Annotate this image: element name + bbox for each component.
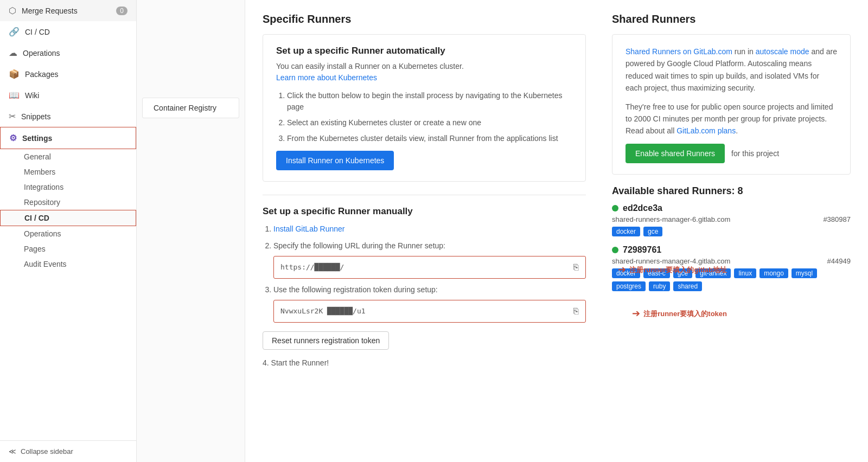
tag-ruby: ruby — [649, 281, 670, 291]
install-runner-kubernetes-button[interactable]: Install Runner on Kubernetes — [276, 151, 394, 170]
sidebar: ⬡ Merge Requests 0 🔗 CI / CD ☁ Operation… — [0, 0, 137, 462]
reset-token-button[interactable]: Reset runners registration token — [263, 331, 389, 350]
runner-name-row-2: 72989761 — [612, 245, 851, 255]
start-runner-step: 4. Start the Runner! — [263, 358, 586, 367]
url-arrow-icon: ➔ — [618, 262, 626, 277]
runner-name-row-1: ed2dce3a — [612, 203, 851, 213]
sidebar-sub-members[interactable]: Members — [0, 164, 136, 179]
main-content: Specific Runners Set up a specific Runne… — [245, 0, 868, 462]
tag-linux: linux — [734, 268, 756, 278]
sidebar-item-ci-cd[interactable]: 🔗 CI / CD — [0, 21, 136, 42]
enable-shared-runners-button[interactable]: Enable shared Runners — [626, 144, 725, 163]
gitlab-plans-link[interactable]: GitLab.com plans — [676, 126, 736, 135]
merge-requests-icon: ⬡ — [9, 5, 16, 16]
runner-item-1: ed2dce3a shared-runners-manager-6.gitlab… — [612, 203, 851, 236]
enable-shared-runners-row: Enable shared Runners for this project — [626, 144, 837, 163]
operations-icon: ☁ — [9, 48, 17, 58]
runner-status-dot-1 — [612, 205, 618, 211]
tag-mongo: mongo — [760, 268, 788, 278]
for-project-text: for this project — [731, 149, 779, 158]
gitlab-runners-link[interactable]: Shared Runners on GitLab.com — [626, 47, 732, 56]
sidebar-sub-audit-events[interactable]: Audit Events — [0, 256, 136, 272]
manual-step-3: Use the following registration token dur… — [273, 284, 586, 323]
ci-cd-icon: 🔗 — [9, 27, 20, 37]
copy-url-icon[interactable]: ⎘ — [573, 261, 579, 274]
shared-runners-card: Shared Runners on GitLab.com run in auto… — [612, 34, 851, 175]
container-registry-item[interactable]: Container Registry — [142, 98, 239, 118]
runner-status-dot-2 — [612, 247, 618, 253]
shared-runners-desc-2: They're free to use for public open sour… — [626, 101, 837, 137]
manual-runner-section: Set up a specific Runner manually Instal… — [263, 206, 586, 367]
auto-runner-desc: You can easily install a Runner on a Kub… — [276, 61, 572, 84]
runner-tags-1: docker gce — [612, 227, 851, 236]
sidebar-item-settings[interactable]: ⚙ Settings — [0, 127, 136, 149]
sidebar-sub-ci-cd[interactable]: CI / CD — [0, 210, 136, 226]
tag-shared: shared — [673, 281, 702, 291]
available-runners-title: Available shared Runners: 8 — [612, 185, 851, 197]
autoscale-link[interactable]: autoscale mode — [756, 47, 809, 56]
token-arrow-icon: ➔ — [632, 306, 640, 321]
sidebar-sub-operations[interactable]: Operations — [0, 226, 136, 241]
auto-step-1: Click the button below to begin the inst… — [287, 90, 572, 113]
tag-postgres: postgres — [612, 281, 646, 291]
collapse-icon: ≪ — [9, 447, 16, 455]
manual-runner-steps: Install GitLab Runner Specify the follow… — [263, 223, 586, 323]
sidebar-sub-pages[interactable]: Pages — [0, 241, 136, 256]
sidebar-item-packages[interactable]: 📦 Packages — [0, 63, 136, 85]
manual-step-1: Install GitLab Runner — [273, 223, 586, 235]
shared-runners-desc-1: Shared Runners on GitLab.com run in auto… — [626, 46, 837, 94]
manual-step-2: Specify the following URL during the Run… — [273, 240, 586, 279]
url-annotation: 注册runner要填入的gitlab地址 — [629, 265, 727, 275]
tag-docker-1: docker — [612, 227, 640, 236]
runner-host-1: shared-runners-manager-6.gitlab.com — [612, 215, 730, 223]
settings-icon: ⚙ — [9, 133, 17, 143]
install-gitlab-runner-link[interactable]: Install GitLab Runner — [273, 224, 345, 233]
sidebar-sub-integrations[interactable]: Integrations — [0, 179, 136, 195]
runner-name-1: ed2dce3a — [623, 203, 662, 213]
sidebar-sub-repository[interactable]: Repository — [0, 195, 136, 210]
sidebar-item-wiki[interactable]: 📖 Wiki — [0, 85, 136, 106]
runner-name-2: 72989761 — [623, 245, 661, 255]
auto-step-2: Select an existing Kubernetes cluster or… — [287, 117, 572, 129]
auto-runner-card: Set up a specific Runner automatically Y… — [263, 34, 586, 182]
auto-runner-steps: Click the button below to begin the inst… — [276, 90, 572, 144]
runner-host-row-1: shared-runners-manager-6.gitlab.com #380… — [612, 215, 851, 223]
shared-runners-title: Shared Runners — [612, 13, 851, 25]
specific-runners-section: Specific Runners Set up a specific Runne… — [263, 13, 586, 367]
sidebar-item-operations[interactable]: ☁ Operations — [0, 42, 136, 63]
wiki-icon: 📖 — [9, 90, 20, 100]
sidebar-item-merge-requests[interactable]: ⬡ Merge Requests 0 — [0, 0, 136, 21]
token-value: NvwxuLsr2K ██████/u1 — [280, 306, 366, 317]
specific-runners-title: Specific Runners — [263, 13, 586, 25]
sidebar-item-snippets[interactable]: ✂ Snippets — [0, 106, 136, 127]
sub-panel: Container Registry — [137, 0, 245, 462]
tag-mysql: mysql — [792, 268, 817, 278]
collapse-sidebar-button[interactable]: ≪ Collapse sidebar — [0, 440, 136, 462]
token-annotation: 注册runner要填入的token — [643, 309, 727, 319]
kubernetes-link[interactable]: Learn more about Kubernetes — [276, 73, 377, 82]
token-box: NvwxuLsr2K ██████/u1 ⎘ — [273, 300, 586, 323]
copy-token-icon[interactable]: ⎘ — [573, 305, 579, 318]
packages-icon: 📦 — [9, 69, 20, 79]
manual-runner-title: Set up a specific Runner manually — [263, 206, 586, 217]
tag-gce-1: gce — [643, 227, 662, 236]
auto-step-3: From the Kubernetes cluster details view… — [287, 133, 572, 144]
url-value: https://██████/ — [280, 262, 344, 273]
runner-id-2: #44949 — [827, 257, 851, 265]
runner-id-1: #380987 — [823, 215, 851, 223]
snippets-icon: ✂ — [9, 111, 16, 121]
auto-runner-title: Set up a specific Runner automatically — [276, 46, 572, 56]
sidebar-sub-general[interactable]: General — [0, 149, 136, 164]
url-box: https://██████/ ⎘ — [273, 256, 586, 279]
